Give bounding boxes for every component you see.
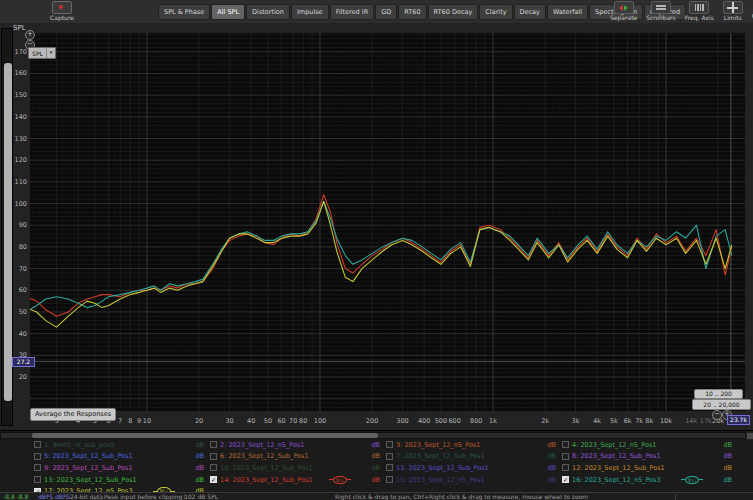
y-tick-label: 80 [0, 243, 27, 251]
tab-rt60[interactable]: RT60 [398, 4, 426, 20]
measurement-unit: dB [720, 452, 732, 460]
measurement-label[interactable]: 15: 2023_Sept_12_n5_Pos1 [396, 476, 485, 484]
y-tick-label: 150 [0, 91, 27, 99]
measurement-row: 4: 2023_Sept_12_n5_Pos1dB [562, 439, 738, 451]
x-tick-label: 300 [391, 417, 415, 425]
measurement-label[interactable]: 1: 9me5_nt_sub_pos5 [44, 441, 115, 449]
tab-gd[interactable]: GD [375, 4, 397, 20]
y-cursor-readout: 27.2 [12, 357, 35, 367]
measurement-row: 1: 9me5_nt_sub_pos5dB [34, 439, 210, 451]
y-tick-label: 120 [0, 156, 27, 164]
y-axis-title: SPL [13, 24, 26, 32]
tab-spl-phase[interactable]: SPL & Phase [158, 4, 210, 20]
y-tick-label: 70 [0, 265, 27, 273]
measurement-unit: dB [544, 476, 556, 484]
range-10-200-button[interactable]: 10 .. 200 [694, 389, 743, 399]
measurement-label[interactable]: 12: 2023_Sept_12_Sub_Pos1 [572, 464, 665, 472]
y-tick-label: 90 [0, 221, 27, 229]
list-horizontal-scrollbar[interactable] [0, 432, 746, 439]
measurement-checkbox[interactable] [386, 453, 393, 460]
y-tick-label: 100 [0, 200, 27, 208]
measurement-checkbox[interactable] [34, 453, 41, 460]
measurement-list-panel: 1: 9me5_nt_sub_pos5dB2: 2023_Sept_12_n5_… [0, 430, 753, 493]
measurement-label[interactable]: 4: 2023_Sept_12_n5_Pos1 [572, 441, 656, 449]
capture-button[interactable]: Capture [40, 1, 84, 22]
measurement-checkbox[interactable] [210, 453, 217, 460]
measurement-checkbox[interactable] [562, 441, 569, 448]
measurement-label[interactable]: 9: 2023_Sept_12_Sub_Pos1 [44, 464, 133, 472]
x-tick-label: 200 [360, 417, 384, 425]
measurement-label[interactable]: 10: 2023_Sept_12_Sub_Pos1 [220, 464, 313, 472]
tab-rt60-decay[interactable]: RT60 Decay [428, 4, 479, 20]
tab-clarity[interactable]: Clarity [479, 4, 512, 20]
y-zoom-in-button[interactable]: + [25, 30, 35, 40]
measurement-row: 2: 2023_Sept_12_n5_Pos1dB [210, 439, 386, 451]
limits-icon [723, 1, 743, 14]
measurement-checkbox[interactable] [562, 464, 569, 471]
freq-axis-button[interactable]: Freq. Axis [685, 1, 714, 21]
measurement-label[interactable]: 13: 2023_Sept_12_Sub_Pos1 [44, 476, 137, 484]
measurement-checkbox[interactable] [562, 453, 569, 460]
scrollbars-icon [651, 1, 671, 14]
measurement-unit: dB [192, 476, 204, 484]
spl-plot[interactable] [30, 33, 745, 411]
measurement-row: 10: 2023_Sept_12_Sub_Pos1dB [210, 462, 386, 474]
measurement-label[interactable]: 7: 2023_Sept_12_Sub_Pos1 [396, 452, 485, 460]
y-axis-unit-select[interactable]: SPL ▾ [28, 47, 56, 59]
measurement-row: 6: 2023_Sept_12_Sub_Pos1dB [210, 451, 386, 463]
tab-impulse[interactable]: Impulse [291, 4, 329, 20]
x-tick-label: 100 [308, 417, 332, 425]
measurement-unit: dB [544, 452, 556, 460]
measurement-label[interactable]: 5: 2023_Sept_12_Sub_Pos1 [44, 452, 133, 460]
x-tick-label: 10 [135, 417, 159, 425]
measurement-unit: dB [368, 452, 380, 460]
average-responses-button[interactable]: Average the Responses [30, 408, 116, 421]
measurement-checkbox[interactable]: ✓ [210, 476, 217, 483]
toolbar: Capture SPL & PhaseAll SPLDistortionImpu… [0, 0, 753, 24]
measurement-row: 3: 2023_Sept_12_n5_Pos1dB [386, 439, 562, 451]
y-tick-label: 60 [0, 286, 27, 294]
measurement-checkbox[interactable] [386, 464, 393, 471]
tab-all-spl[interactable]: All SPL [211, 4, 245, 20]
measurement-unit: dB [192, 464, 204, 472]
measurement-checkbox[interactable] [210, 441, 217, 448]
mouse-hint-text: Right click & drag to pan, Ctrl+Right cl… [335, 493, 588, 500]
measurement-checkbox[interactable] [386, 441, 393, 448]
measurement-checkbox[interactable] [386, 476, 393, 483]
measurement-label[interactable]: 6: 2023_Sept_12_Sub_Pos1 [220, 452, 309, 460]
measurement-label[interactable]: 16: 2023_Sept_12_n5_Pos3 [572, 476, 661, 484]
limits-button[interactable]: Limits [723, 1, 743, 21]
measurement-unit: dB [544, 464, 556, 472]
measurement-label[interactable]: 14: 2023_Sept_12_Sub_Pos1 [220, 476, 313, 484]
measurement-grid: 1: 9me5_nt_sub_pos5dB2: 2023_Sept_12_n5_… [34, 439, 738, 497]
measurement-label[interactable]: 2: 2023_Sept_12_n5_Pos1 [220, 441, 304, 449]
list-scrollbar-button[interactable] [746, 432, 753, 440]
measurement-label[interactable]: 3: 2023_Sept_12_n5_Pos1 [396, 441, 480, 449]
measurement-checkbox[interactable] [34, 476, 41, 483]
measurement-checkbox[interactable] [210, 464, 217, 471]
y-tick-label: 130 [0, 135, 27, 143]
measurement-checkbox[interactable] [34, 441, 41, 448]
x-tick-label: 30 [218, 417, 242, 425]
x-cursor-readout: 23.7k [727, 415, 750, 425]
tab-distortion[interactable]: Distortion [246, 4, 290, 20]
list-scrollbar-thumb[interactable] [32, 433, 378, 438]
measurement-unit: dB [368, 464, 380, 472]
measurement-unit: dB [368, 476, 380, 484]
measurement-row: 12: 2023_Sept_12_Sub_Pos1dB [562, 462, 738, 474]
measurement-unit: dB [368, 441, 380, 449]
scrollbars-button[interactable]: Scrollbars [646, 1, 676, 21]
x-tick-label: 2k [533, 417, 557, 425]
range-20-20000-button[interactable]: 20 .. 20,000 [692, 399, 751, 410]
measurement-unit: dB [192, 452, 204, 460]
measurement-checkbox[interactable] [34, 464, 41, 471]
measurement-checkbox[interactable]: ✓ [562, 476, 569, 483]
tab-filtered-ir[interactable]: Filtered IR [330, 4, 375, 20]
tab-decay[interactable]: Decay [514, 4, 546, 20]
y-axis-unit-value: SPL [29, 49, 46, 58]
tab-waterfall[interactable]: Waterfall [547, 4, 588, 20]
x-zoom-out-button[interactable]: − [712, 410, 722, 420]
separate-button[interactable]: Separate [610, 1, 637, 21]
measurement-label[interactable]: 11: 2023_Sept_12_Sub_Pos1 [396, 464, 489, 472]
measurement-label[interactable]: 8: 2023_Sept_12_Sub_Pos1 [572, 452, 661, 460]
